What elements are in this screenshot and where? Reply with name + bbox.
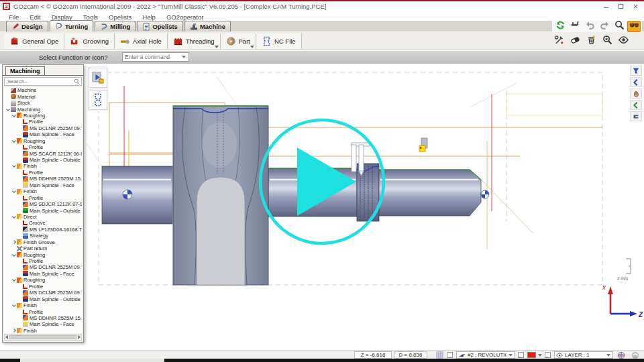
tab-opelists[interactable]: Opelists [137,21,183,32]
tools-button[interactable] [552,36,566,47]
expander-open-icon[interactable] [11,277,17,283]
tree-item-main-spindle-outside[interactable]: Main Spindle - Outside [4,207,82,213]
ribbon-threading-button[interactable]: Threading [168,34,221,49]
menu-go2operator[interactable]: GO2operator [161,13,209,21]
expander-open-icon[interactable] [11,252,17,258]
zoom-in-button[interactable] [600,36,614,47]
view-orientation-button[interactable] [616,351,626,359]
tree-item-ms-ddhnr-2525m-15-t00[interactable]: MS DDHNR 2525M 15.T00 [4,315,82,321]
grab-button[interactable] [630,88,642,99]
tree-item-ms-dclnr-2525m-09-t00[interactable]: MS DCLNR 2525M 09.T00 [4,290,82,296]
scroll-right-icon[interactable] [78,335,80,339]
prev-green-button[interactable] [630,100,642,110]
tree-item-groove[interactable]: Groove [4,220,82,226]
tree-item-roughing[interactable]: Roughing [4,277,82,283]
expander-open-icon[interactable] [11,302,17,308]
tab-milling[interactable]: Milling [95,21,136,32]
ribbon-axial-hole-button[interactable]: Axial Hole [115,34,168,49]
tab-machine[interactable]: Machine [184,21,231,32]
menu-edit[interactable]: Edit [24,13,46,21]
expander-open-icon[interactable] [11,188,17,194]
tree-item-main-spindle-face[interactable]: Main Spindle - Face [4,131,82,137]
machining-panel-tab[interactable]: Machining [5,66,45,76]
os-taskbar[interactable] [0,359,644,362]
simulation-button[interactable] [89,68,107,88]
grid-checkbox[interactable] [447,352,453,358]
tree-item-strategy[interactable]: Strategy [4,233,82,239]
tab-design[interactable]: Design [6,21,48,32]
tree-item-material[interactable]: Material [4,93,82,99]
ribbon-nc-file-button[interactable]: NC File [256,34,302,49]
tab-turning[interactable]: Turning [50,20,94,32]
ribbon-general-ope-button[interactable]: General Ope [4,34,64,49]
chevron-down-icon[interactable] [182,56,186,58]
tree-item-ms-scacr-1212k-06-s-t0[interactable]: MS SCACR 1212K 06-S.T0 [4,150,82,156]
menu-help[interactable]: Help [137,13,161,21]
tree-item-ms-dclnr-2525m-09-t00[interactable]: MS DCLNR 2525M 09.T00 [4,264,82,270]
tree-item-machining[interactable]: Machining [4,106,82,112]
tree-item-finish[interactable]: Finish [4,302,82,308]
tree-item-machine[interactable]: Machine [4,87,82,93]
tree-item-roughing[interactable]: Roughing [4,113,82,119]
clean-button[interactable] [584,36,598,47]
tree-item-stock[interactable]: Stock [4,100,82,106]
tree-search-input[interactable] [6,78,74,85]
visibility-button[interactable] [616,36,630,47]
clamp-button[interactable] [630,111,642,121]
workplane-checkbox[interactable] [518,352,524,358]
current-color-swatch[interactable] [527,352,536,358]
nc-tool-button[interactable] [89,90,107,110]
expander-open-icon[interactable] [11,163,17,169]
tree-item-finish[interactable]: Finish [4,163,82,169]
tree-item-roughing[interactable]: Roughing [4,138,82,144]
menu-file[interactable]: File [3,13,24,21]
tree-item-direct[interactable]: Direct [4,214,82,220]
eraser-button[interactable] [568,36,582,47]
window-close-button[interactable] [628,1,643,11]
grid-toggle-button[interactable] [435,351,444,359]
ribbon-grooving-button[interactable]: Grooving [64,34,115,49]
glasses-button[interactable] [627,21,641,32]
color-checkbox[interactable] [545,352,551,358]
filter-button[interactable] [630,66,642,76]
tree-item-ms-dclnr-2525m-09-t00[interactable]: MS DCLNR 2525M 09.T00 [4,125,82,131]
expander-open-icon[interactable] [5,107,11,113]
tree-item-profile[interactable]: Profile [4,194,82,200]
workplane-dropdown[interactable]: #2 : REVOLUTION [456,351,515,359]
tree-item-finish[interactable]: Finish [4,328,82,333]
tree-item-profile[interactable]: Profile [4,119,82,125]
tree-item-main-spindle-outside[interactable]: Main Spindle - Outside [4,296,82,302]
tree-item-main-spindle-face[interactable]: Main Spindle - Face [4,271,82,277]
tree-item-ms-ddhnr-2525m-15-t00[interactable]: MS DDHNR 2525M 15.T00 [4,176,82,182]
zoom-search-button[interactable] [612,21,626,32]
expander-closed-icon[interactable] [11,328,17,333]
command-input[interactable] [123,54,182,60]
menu-opelists[interactable]: Opelists [103,13,137,21]
tree-item-profile[interactable]: Profile [4,144,82,150]
tree-item-profile[interactable]: Profile [4,284,82,290]
tree-item-part-return[interactable]: Part return [4,245,82,251]
scrollbar-thumb[interactable] [9,335,76,339]
cad-viewport[interactable]: 2 mm x Z [85,64,643,350]
tree-item-main-spindle-outside[interactable]: Main Spindle - Outside [4,157,82,163]
expander-closed-icon[interactable] [11,239,17,245]
caliper-button[interactable] [568,21,582,32]
tree-item-ms-lf123d08-16168-t01[interactable]: MS LF123D08-16168.T01 [4,227,82,233]
tree-item-profile[interactable]: Profile [4,258,82,264]
expander-open-icon[interactable] [11,214,17,220]
layer-dropdown[interactable]: LAYER : 1 [554,351,613,359]
tree-item-roughing[interactable]: Roughing [4,251,82,257]
tree-item-main-spindle-face[interactable]: Main Spindle - Face [4,182,82,188]
tree-horizontal-scrollbar[interactable] [4,334,82,341]
tree-search-box[interactable] [4,77,82,86]
tree-item-main-spindle-face[interactable]: Main Spindle - Face [4,321,82,327]
refresh-view-button[interactable] [631,351,640,359]
scroll-left-icon[interactable] [5,335,8,339]
tree-item-finish-groove[interactable]: Finish Groove [4,239,82,245]
ribbon-part-button[interactable]: Part [221,34,256,49]
prev-blue-button[interactable] [630,77,642,87]
sync-button[interactable] [553,21,567,32]
color-dropdown-icon[interactable] [538,354,542,357]
window-minimize-button[interactable] [598,1,613,11]
tree-item-profile[interactable]: Profile [4,170,82,176]
